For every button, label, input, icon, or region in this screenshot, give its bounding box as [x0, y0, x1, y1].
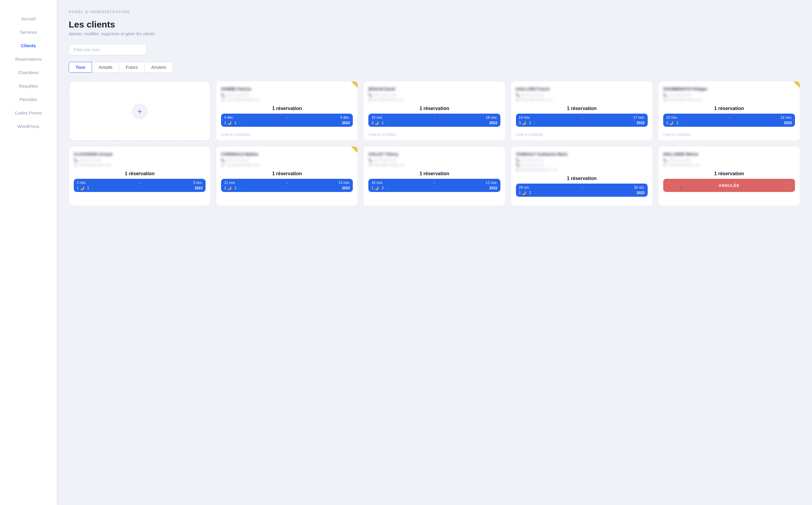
sidebar-item-wordpress[interactable]: WordPress	[0, 120, 57, 133]
sidebar-item-services[interactable]: Services	[0, 25, 57, 39]
person-icon: 👤	[680, 121, 684, 125]
client-phone: 📞 06 12 34 56 78	[221, 93, 353, 97]
reservations-count: 1 réservation	[663, 171, 795, 176]
person-icon: 👤	[90, 186, 94, 190]
arrow-icon: →	[433, 181, 436, 184]
reservation-badge: 29 oct. → 30 oct. 1🌙 2👤 2022	[516, 184, 648, 197]
client-name: SOUMBENOTS Philippe	[663, 87, 795, 91]
person-icon: 👤	[385, 186, 389, 190]
badge-dates: 15 nov. → 18 nov.	[371, 116, 497, 120]
client-phone: 📞 06 45 67 89 01	[74, 158, 206, 162]
person-icon: 👤	[238, 121, 242, 125]
email-icon: @	[368, 163, 372, 167]
arrow-icon: →	[580, 186, 583, 189]
person-icon: 👤	[532, 191, 537, 195]
sidebar-item-codes-promo[interactable]: Codes Promo	[0, 106, 57, 120]
phone-icon: 📞	[221, 93, 225, 97]
badge-details: 1🌙 2👤 2022	[371, 186, 497, 190]
page-title: Les clients	[69, 19, 800, 30]
email-icon: @	[516, 168, 519, 171]
client-phone-1: 📞 06 78 90 12 34	[516, 158, 648, 162]
client-card-9[interactable]: HOLLANDE Melvut 📞 06 90 12 34 56 @ melvu…	[658, 146, 800, 206]
client-email: @ guillaume@example.com	[516, 168, 648, 171]
phone-icon: 📞	[74, 158, 78, 162]
badge-details: 2🌙 2👤 2022	[224, 186, 350, 190]
arrow-icon: →	[580, 116, 583, 119]
phone-icon: 📞	[663, 93, 667, 97]
panel-title: PANEL D'ADMINISTRATION	[69, 10, 800, 14]
sidebar-item-periodes[interactable]: Périodes	[0, 93, 57, 106]
client-email: @ franck@example.com	[516, 98, 648, 101]
tabs-container: Tous Actuels Futurs Anciens	[69, 62, 800, 73]
reservation-badge: 2 nov. → 3 nov. 1🌙 1👤 2022	[74, 179, 206, 192]
search-input[interactable]	[69, 44, 147, 55]
client-card-5[interactable]: CLAUSSENS Arnaud 📞 06 45 67 89 01 @ arna…	[69, 146, 211, 206]
moon-icon: 🌙	[522, 191, 526, 195]
reservation-badge: 14 nov. → 17 nov. 3🌙 1👤 2022	[516, 114, 648, 127]
main-content: PANEL D'ADMINISTRATION Les clients Ajout…	[57, 0, 812, 505]
client-email: @ philippe@example.com	[663, 98, 795, 101]
badge-details: 1🌙 1👤 2022	[77, 186, 203, 190]
client-card-1[interactable]: HOMME Patricia 📞 06 12 34 56 78 @ patric…	[216, 81, 358, 141]
badge-details: 2🌙 2👤 2022	[666, 121, 792, 125]
sidebar-item-requetes[interactable]: Requêtes	[0, 79, 57, 93]
client-phone: 📞 06 23 45 67 89	[516, 93, 648, 97]
reservations-count: 1 réservation	[368, 106, 500, 111]
client-card-2[interactable]: BOULIN David 📞 06 13 45 67 89 @ david@ex…	[363, 81, 505, 141]
tab-actuels[interactable]: Actuels	[92, 62, 119, 73]
tab-anciens[interactable]: Anciens	[144, 62, 173, 73]
client-name: CLAUSSENS Arnaud	[74, 152, 206, 156]
tab-futurs[interactable]: Futurs	[119, 62, 145, 73]
reservation-badge-cancelled: 31 oct. → 1 nov. 1🌙 2👤 2022 ANNULÉE	[663, 179, 795, 192]
client-email: @ mylene@example.com	[221, 163, 353, 167]
arrow-icon: →	[286, 181, 289, 184]
sidebar: Accueil Services Clients Reservations Ch…	[0, 0, 57, 505]
client-card-7[interactable]: COLLET Thierry 📞 06 67 89 01 23 @ thierr…	[363, 146, 505, 206]
person-icon: 👤	[238, 186, 242, 190]
moon-icon: 🌙	[227, 121, 232, 125]
client-email: @ melvut@example.com	[663, 163, 795, 167]
person-icon: 👤	[532, 121, 537, 125]
reservation-badge: 11 nov. → 13 nov. 2🌙 2👤 2022	[221, 179, 353, 192]
client-card-6[interactable]: CARDINALS Mylène 📞 06 56 78 90 12 @ myle…	[216, 146, 358, 206]
email-icon: @	[74, 163, 77, 167]
reservation-badge: 4 déc. → 5 déc. 1🌙 1👤 2022	[221, 114, 353, 127]
add-client-card[interactable]: +	[69, 81, 211, 141]
sidebar-item-reservations[interactable]: Reservations	[0, 52, 57, 66]
arrow-icon: →	[286, 116, 289, 119]
badge-dates: 10 nov. → 12 nov.	[666, 116, 792, 120]
reservations-count: 1 réservation	[516, 176, 648, 181]
phone-icon: 📞	[368, 158, 372, 162]
client-card-4[interactable]: SOUMBENOTS Philippe 📞 06 34 56 78 90 @ p…	[658, 81, 800, 141]
client-card-3[interactable]: GAILLARD Franck 📞 06 23 45 67 89 @ franc…	[511, 81, 653, 141]
sidebar-item-chambres[interactable]: Chambres	[0, 66, 57, 79]
badge-dates: 2 nov. → 3 nov.	[77, 181, 203, 185]
client-phone-2: 📞 06 89 01 23 45	[516, 163, 648, 167]
tab-tous[interactable]: Tous	[69, 62, 92, 73]
client-phone: 📞 06 34 56 78 90	[663, 93, 795, 97]
reservations-count: 1 réservation	[516, 106, 648, 111]
sidebar-item-accueil[interactable]: Accueil	[0, 12, 57, 25]
card-footer: Créer le 11/7/2022	[368, 130, 500, 136]
reservations-count: 1 réservation	[221, 171, 353, 176]
card-footer: Créer le 11/30/2022	[221, 130, 353, 136]
reservations-count: 1 réservation	[368, 171, 500, 176]
page-subtitle: Ajouter, modifier, supprimer et gérer le…	[69, 31, 800, 36]
arrow-icon: →	[138, 181, 141, 184]
sidebar-item-clients[interactable]: Clients	[0, 39, 57, 52]
email-icon: @	[368, 98, 372, 101]
client-email: @ arnaud@example.com	[74, 163, 206, 167]
reservation-badge: 15 nov. → 18 nov. 3🌙 1👤 2022	[368, 114, 500, 127]
badge-dates: 14 nov. → 17 nov.	[519, 116, 645, 120]
card-footer: Créer le 11/2/2022	[663, 130, 795, 136]
arrow-icon: →	[728, 116, 731, 119]
add-client-button[interactable]: +	[132, 104, 148, 120]
badge-dates: 4 déc. → 5 déc.	[224, 116, 350, 120]
card-footer: Créer le 11/4/2022	[516, 130, 648, 136]
client-email: @ thierry@example.com	[368, 163, 500, 167]
email-icon: @	[663, 98, 666, 101]
client-card-8[interactable]: TANNAULT Guillaume Marie 📞 06 78 90 12 3…	[511, 146, 653, 206]
reservations-count: 1 réservation	[74, 171, 206, 176]
client-name: HOLLANDE Melvut	[663, 152, 795, 156]
moon-icon: 🌙	[374, 186, 379, 190]
